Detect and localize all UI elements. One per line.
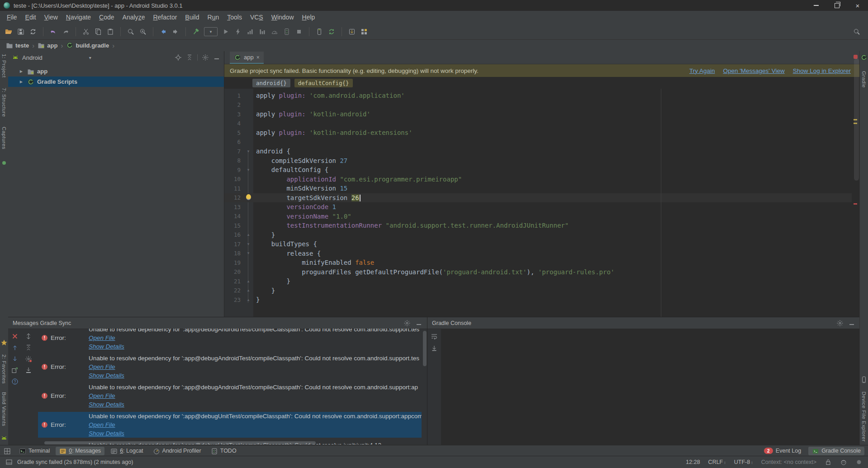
minimize-icon[interactable] [848, 320, 855, 327]
close-icon[interactable] [11, 333, 19, 340]
banner-link-try-again[interactable]: Try Again [689, 67, 715, 74]
breadcrumb-chip-defaultconfig[interactable]: defaultConfig{} [294, 79, 353, 87]
green-dot-icon[interactable] [0, 159, 8, 167]
paste-icon[interactable] [106, 28, 114, 36]
monitor-icon[interactable] [270, 28, 279, 36]
code-line-1[interactable]: 1apply plugin: 'com.android.application' [224, 91, 852, 100]
code-line-14[interactable]: 14 versionName "1.0" [224, 212, 852, 221]
help-icon[interactable] [11, 378, 19, 385]
fold-close-icon[interactable]: ▴ [243, 298, 253, 302]
code-line-19[interactable]: 19 minifyEnabled false [224, 258, 852, 267]
open-project-icon[interactable] [5, 28, 13, 36]
expand-all-icon[interactable] [25, 333, 32, 340]
scroll-to-end-icon[interactable] [431, 345, 438, 352]
menu-view[interactable]: View [40, 12, 62, 23]
fold-close-icon[interactable]: ▴ [243, 233, 253, 237]
stripe-item-captures[interactable]: Captures [1, 127, 7, 149]
build-icon[interactable] [192, 28, 200, 36]
locate-file-icon[interactable] [175, 54, 182, 61]
open-file-link[interactable]: Open File [89, 392, 115, 399]
message-item[interactable]: Unable to resolve dependency for ':app@d… [38, 383, 422, 409]
menu-window[interactable]: Window [267, 12, 298, 23]
tab-app[interactable]: app × [230, 52, 264, 64]
tool-window-tab-android-profiler[interactable]: Android Profiler [149, 447, 205, 455]
close-button[interactable]: × [847, 0, 868, 11]
vertical-scrollbar[interactable] [423, 331, 427, 366]
code-line-16[interactable]: 16▴ } [224, 230, 852, 240]
save-all-icon[interactable] [17, 28, 25, 36]
minimize-button[interactable] [806, 0, 826, 11]
forward-icon[interactable] [171, 28, 180, 36]
open-file-link[interactable]: Open File [89, 363, 115, 370]
profile-icon[interactable] [258, 28, 266, 36]
gradle-icon[interactable] [860, 54, 868, 61]
code-line-23[interactable]: 23▴} [224, 295, 852, 305]
soft-wrap-icon[interactable] [431, 333, 438, 340]
show-details-link[interactable]: Show Details [89, 343, 124, 350]
code-line-10[interactable]: 10 applicationId "com.esi.programmer.pri… [224, 175, 852, 184]
encoding-selector[interactable]: UTF-8↕ [734, 459, 753, 465]
breadcrumb-app[interactable]: app [36, 42, 59, 49]
line-ending-selector[interactable]: CRLF↕ [708, 459, 726, 465]
open-file-link[interactable]: Open File [89, 421, 115, 428]
message-item[interactable]: Unable to resolve dependency for ':app@d… [38, 329, 422, 351]
code-area[interactable]: 1apply plugin: 'com.android.application'… [224, 89, 852, 317]
lock-icon[interactable] [825, 458, 832, 466]
attach-icon[interactable] [283, 28, 291, 36]
sync-gradle-icon[interactable] [327, 28, 336, 36]
back-icon[interactable] [159, 28, 167, 36]
undo-icon[interactable] [49, 28, 57, 36]
code-line-4[interactable]: 4 [224, 119, 852, 129]
tool-window-tab-0-messages[interactable]: 0: Messages [56, 447, 104, 455]
restore-button[interactable] [826, 0, 847, 11]
instant-run-icon[interactable] [234, 28, 242, 36]
code-line-8[interactable]: 8 compileSdkVersion 27 [224, 156, 852, 166]
chevron-right-icon[interactable]: ▸ [20, 68, 24, 74]
console-output[interactable] [441, 329, 860, 445]
editor-scrollbar[interactable] [854, 58, 859, 181]
android-icon[interactable] [0, 435, 8, 442]
stop-icon[interactable] [295, 28, 303, 36]
menu-build[interactable]: Build [181, 12, 203, 23]
sync-icon[interactable] [29, 28, 37, 36]
code-line-21[interactable]: 21▴ } [224, 277, 852, 286]
star-icon[interactable] [0, 339, 8, 346]
copy-icon[interactable] [94, 28, 102, 36]
export-icon[interactable] [25, 367, 32, 374]
banner-link-open-messages-view[interactable]: Open 'Messages' View [723, 67, 784, 74]
structure-icon[interactable] [360, 28, 368, 36]
context-indicator[interactable]: Context: <no context> [761, 459, 816, 465]
open-file-link[interactable]: Open File [89, 334, 115, 341]
stripe-item-build-variants[interactable]: Build Variants [1, 392, 7, 426]
code-line-5[interactable]: 5apply plugin: 'kotlin-android-extension… [224, 128, 852, 138]
menu-help[interactable]: Help [298, 12, 319, 23]
gear-icon[interactable] [836, 320, 844, 327]
next-message-icon[interactable] [11, 355, 19, 363]
message-item[interactable]: Unable to resolve dependency for ':app@d… [38, 354, 422, 380]
fold-close-icon[interactable]: ▴ [243, 288, 253, 292]
replace-icon[interactable] [139, 28, 147, 36]
toggle-toolwindows-icon[interactable] [5, 458, 13, 466]
code-line-18[interactable]: 18▾ release { [224, 249, 852, 258]
coverage-icon[interactable] [246, 28, 254, 36]
stripe-item-gradle[interactable]: Gradle [861, 71, 867, 88]
breadcrumb-teste[interactable]: teste [5, 42, 30, 49]
show-details-link[interactable]: Show Details [89, 372, 124, 379]
close-icon[interactable]: × [256, 54, 260, 61]
code-line-7[interactable]: 7▾android { [224, 147, 852, 156]
fold-close-icon[interactable]: ▴ [243, 279, 253, 283]
fold-open-icon[interactable]: ▾ [243, 242, 253, 246]
code-line-13[interactable]: 13 versionCode 1 [224, 202, 852, 212]
menu-edit[interactable]: Edit [21, 12, 40, 23]
code-line-9[interactable]: 9▾ defaultConfig { [224, 165, 852, 175]
code-line-2[interactable]: 2 [224, 100, 852, 110]
export-to-file-icon[interactable] [11, 367, 19, 374]
stripe-item-device-file-explorer[interactable]: Device File Explorer [861, 392, 867, 442]
collapse-all-icon[interactable] [186, 54, 193, 61]
search-everywhere-icon[interactable] [853, 28, 861, 36]
code-line-6[interactable]: 6 [224, 138, 852, 147]
menu-navigate[interactable]: Navigate [62, 12, 95, 23]
avd-icon[interactable] [315, 28, 323, 36]
tree-item-app[interactable]: ▸app [8, 66, 224, 76]
code-line-3[interactable]: 3apply plugin: 'kotlin-android' [224, 110, 852, 119]
